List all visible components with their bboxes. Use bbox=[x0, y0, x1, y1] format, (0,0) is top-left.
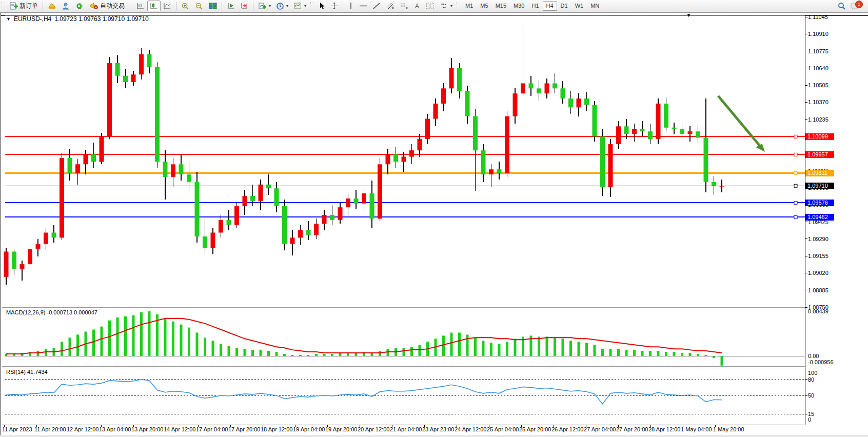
vertical-line-button[interactable] bbox=[345, 1, 357, 11]
candle bbox=[250, 196, 255, 201]
charts-button[interactable] bbox=[45, 1, 59, 11]
auto-scroll-button[interactable] bbox=[224, 1, 238, 11]
rsi-axis-label: 0 bbox=[808, 416, 811, 423]
macd-bar bbox=[172, 322, 174, 356]
candle bbox=[529, 83, 534, 88]
vertical-line-icon bbox=[348, 2, 354, 10]
trendline-button[interactable] bbox=[370, 1, 383, 11]
templates-caret: ▾ bbox=[304, 4, 306, 8]
candle bbox=[425, 119, 430, 139]
candle bbox=[648, 131, 653, 139]
tab-timeframe-m15[interactable]: M15 bbox=[492, 1, 510, 11]
macd-bar bbox=[721, 356, 723, 366]
bar-chart-button[interactable] bbox=[134, 1, 147, 11]
chat-button[interactable]: 1 bbox=[851, 2, 861, 11]
macd-bar bbox=[140, 312, 143, 356]
candle bbox=[457, 68, 462, 91]
text-label-button[interactable]: T bbox=[423, 1, 437, 11]
chart-window[interactable]: ▼ EURUSD-,H4 1.09723 1.09763 1.09710 1.0… bbox=[0, 12, 868, 435]
indicators-button[interactable]: ▾ bbox=[255, 1, 273, 11]
zoom-out-button[interactable] bbox=[192, 1, 206, 11]
macd-bar bbox=[617, 349, 620, 356]
charts-icon bbox=[48, 2, 56, 10]
zoom-in-button[interactable] bbox=[179, 1, 192, 11]
toolbar-grip[interactable] bbox=[2, 2, 5, 10]
tab-timeframe-mn[interactable]: MN bbox=[587, 1, 603, 11]
new-order-button[interactable]: 新订单 bbox=[7, 1, 41, 11]
indicators-icon bbox=[258, 2, 267, 10]
candle bbox=[28, 249, 32, 265]
toolbar-grip[interactable] bbox=[129, 2, 132, 10]
macd-bar bbox=[633, 350, 636, 356]
macd-axis-label: 0.00439 bbox=[808, 308, 828, 314]
macd-bar bbox=[196, 332, 199, 356]
macd-bar bbox=[562, 339, 564, 356]
candle bbox=[290, 237, 295, 244]
search-icon[interactable] bbox=[837, 2, 846, 11]
fibonacci-button[interactable]: F bbox=[397, 1, 411, 11]
tab-timeframe-m1[interactable]: M1 bbox=[462, 1, 477, 11]
macd-bar bbox=[283, 354, 286, 356]
price-badge: 1.09957 bbox=[805, 151, 834, 158]
arrows-caret: ▾ bbox=[450, 4, 452, 8]
tab-timeframe-m30[interactable]: M30 bbox=[510, 1, 528, 11]
candle bbox=[60, 158, 64, 237]
chart-shift-marker[interactable]: ▼ bbox=[686, 13, 691, 18]
window-bottom-edge bbox=[0, 435, 868, 437]
candle bbox=[568, 98, 573, 107]
macd-bar bbox=[61, 342, 63, 356]
macd-bar bbox=[625, 350, 628, 356]
candle bbox=[402, 157, 406, 162]
horizontal-line-button[interactable] bbox=[357, 1, 370, 11]
candle bbox=[393, 154, 398, 162]
macd-bar bbox=[601, 349, 604, 356]
tab-timeframe-m5[interactable]: M5 bbox=[477, 1, 491, 11]
tab-timeframe-h1[interactable]: H1 bbox=[528, 1, 542, 11]
tile-windows-button[interactable] bbox=[206, 1, 220, 11]
macd-bar bbox=[594, 345, 596, 356]
candle bbox=[147, 54, 152, 67]
candle bbox=[91, 154, 96, 162]
channel-icon: E bbox=[386, 2, 394, 10]
date-label: 19 Apr 20:00 bbox=[325, 426, 357, 432]
date-label: 24 Apr 12:00 bbox=[455, 426, 486, 432]
candlestick-button[interactable] bbox=[147, 1, 161, 11]
macd-bar bbox=[482, 341, 485, 356]
cursor-button[interactable] bbox=[315, 1, 328, 11]
separator bbox=[222, 2, 222, 10]
macd-bar bbox=[673, 352, 676, 356]
candle bbox=[433, 104, 438, 119]
templates-button[interactable]: ▾ bbox=[291, 1, 309, 11]
line-chart-button[interactable] bbox=[161, 1, 174, 11]
periods-button[interactable]: ▾ bbox=[273, 1, 291, 11]
text-button[interactable]: A bbox=[411, 1, 423, 11]
profile-button[interactable] bbox=[59, 1, 73, 11]
macd-bar bbox=[705, 355, 707, 356]
macd-bar bbox=[260, 350, 262, 356]
symbol-dropdown-icon[interactable]: ▼ bbox=[6, 16, 11, 22]
candle bbox=[712, 182, 716, 186]
macd-bar bbox=[101, 327, 103, 356]
macd-bar bbox=[212, 341, 214, 356]
candle bbox=[4, 251, 9, 276]
periods-icon bbox=[276, 2, 284, 10]
separator bbox=[343, 2, 343, 10]
trend-arrow[interactable] bbox=[718, 96, 759, 145]
signals-button[interactable] bbox=[73, 1, 87, 11]
tab-timeframe-h4[interactable]: H4 bbox=[543, 1, 557, 11]
crosshair-button[interactable] bbox=[328, 1, 341, 11]
toolbar-grip[interactable] bbox=[310, 2, 314, 10]
chart-canvas[interactable] bbox=[1, 13, 868, 437]
tab-timeframe-w1[interactable]: W1 bbox=[571, 1, 587, 11]
arrows-button[interactable]: ▾ bbox=[437, 1, 455, 11]
chart-shift-button[interactable] bbox=[238, 1, 251, 11]
candle bbox=[616, 126, 621, 144]
channel-button[interactable]: E bbox=[383, 1, 397, 11]
macd-bar bbox=[713, 356, 715, 358]
tab-timeframe-d1[interactable]: D1 bbox=[557, 1, 571, 11]
macd-bar bbox=[228, 346, 230, 356]
price-tick-label: 1.08885 bbox=[808, 287, 828, 293]
toolbar-grip[interactable] bbox=[457, 2, 460, 10]
price-tick-label: 1.10505 bbox=[808, 82, 828, 88]
autotrading-button[interactable]: 自动交易 bbox=[87, 1, 127, 11]
